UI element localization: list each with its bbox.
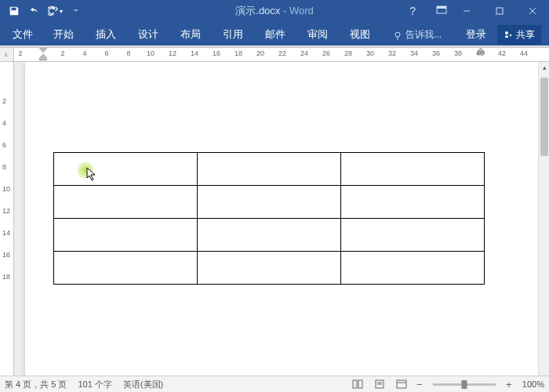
share-icon bbox=[504, 30, 513, 39]
table-cell[interactable] bbox=[54, 153, 198, 186]
tab-file[interactable]: 文件 bbox=[3, 24, 42, 45]
share-button[interactable]: 共享 bbox=[497, 25, 541, 45]
ruler-mark: 2 bbox=[18, 49, 22, 57]
ruler-mark: 4 bbox=[82, 49, 86, 57]
print-layout-button[interactable] bbox=[370, 377, 389, 391]
table-cell[interactable] bbox=[54, 219, 198, 252]
page-count-status[interactable]: 第 4 页，共 5 页 bbox=[5, 379, 67, 390]
status-right: − + 100% bbox=[348, 377, 544, 391]
help-button[interactable]: ? bbox=[409, 5, 416, 17]
table-cell[interactable] bbox=[341, 186, 485, 219]
ruler-mark: 28 bbox=[344, 49, 352, 57]
zoom-in-button[interactable]: + bbox=[504, 379, 514, 390]
quick-access-toolbar: ▾ ⁼ bbox=[0, 2, 85, 20]
web-layout-button[interactable] bbox=[392, 377, 411, 391]
close-button[interactable] bbox=[516, 0, 549, 22]
maximize-button[interactable] bbox=[483, 0, 516, 22]
ruler-mark: 8 bbox=[126, 49, 130, 57]
scroll-thumb[interactable] bbox=[540, 78, 548, 156]
table-cell[interactable] bbox=[198, 219, 341, 252]
app-name-sep: - bbox=[280, 5, 289, 16]
app-name: Word bbox=[289, 5, 314, 16]
tell-me-search[interactable]: 告诉我... bbox=[389, 24, 445, 45]
tab-home[interactable]: 开始 bbox=[42, 24, 85, 45]
ruler-mark: 12 bbox=[169, 49, 176, 57]
svg-rect-19 bbox=[397, 380, 406, 388]
table-cell[interactable] bbox=[54, 252, 198, 285]
table-cell[interactable] bbox=[341, 153, 485, 186]
work-area: 2 4 6 8 10 12 14 16 18 bbox=[0, 62, 549, 387]
first-line-indent-marker[interactable] bbox=[39, 48, 47, 53]
tab-review[interactable]: 审阅 bbox=[296, 24, 339, 45]
zoom-out-button[interactable]: − bbox=[414, 379, 425, 390]
svg-point-9 bbox=[505, 31, 508, 34]
zoom-level[interactable]: 100% bbox=[522, 379, 544, 389]
table-cell[interactable] bbox=[54, 186, 198, 219]
title-bar: ▾ ⁼ 演示.docx - Word ? bbox=[0, 0, 549, 22]
svg-marker-12 bbox=[39, 54, 47, 60]
vruler-mark: 12 bbox=[2, 207, 10, 215]
mouse-cursor-icon bbox=[86, 167, 97, 181]
undo-button[interactable] bbox=[25, 2, 44, 20]
table-cell[interactable] bbox=[341, 252, 485, 285]
redo-button[interactable]: ▾ bbox=[45, 2, 64, 20]
tab-layout[interactable]: 布局 bbox=[169, 24, 212, 45]
horizontal-ruler[interactable]: L 2 2 4 6 8 10 12 14 16 18 20 22 24 26 2… bbox=[0, 48, 549, 62]
svg-rect-15 bbox=[358, 380, 362, 388]
zoom-slider[interactable] bbox=[433, 383, 496, 386]
read-mode-icon bbox=[352, 379, 363, 389]
ruler-mark: 30 bbox=[366, 49, 374, 57]
redo-icon bbox=[48, 5, 59, 16]
ruler-mark: 24 bbox=[300, 49, 308, 57]
vertical-scrollbar[interactable]: ▴ ▾ bbox=[538, 62, 549, 387]
qat-customize-button[interactable]: ⁼ bbox=[66, 2, 85, 20]
ruler-mark: 40 bbox=[476, 49, 484, 57]
table-row[interactable] bbox=[54, 252, 485, 285]
table-row[interactable] bbox=[54, 153, 485, 186]
ruler-corner: L bbox=[0, 48, 14, 62]
document-table[interactable] bbox=[53, 152, 485, 285]
table-cell[interactable] bbox=[198, 153, 341, 186]
minimize-button[interactable] bbox=[450, 0, 483, 22]
vruler-mark: 14 bbox=[2, 229, 10, 237]
signin-button[interactable]: 登录 bbox=[460, 24, 493, 45]
lightbulb-icon bbox=[393, 31, 402, 40]
hanging-indent-marker[interactable] bbox=[39, 54, 47, 61]
tab-design[interactable]: 设计 bbox=[127, 24, 169, 45]
vruler-mark: 10 bbox=[2, 185, 10, 193]
dropdown-caret-icon: ▾ bbox=[60, 8, 63, 15]
tab-insert[interactable]: 插入 bbox=[85, 24, 127, 45]
ribbon-right: 登录 共享 bbox=[460, 24, 546, 45]
table-cell[interactable] bbox=[341, 219, 485, 252]
tab-references[interactable]: 引用 bbox=[212, 24, 254, 45]
vruler-mark: 6 bbox=[2, 141, 6, 149]
ruler-mark: 10 bbox=[147, 49, 155, 57]
minimize-icon bbox=[463, 7, 471, 15]
table-row[interactable] bbox=[54, 219, 485, 252]
read-mode-button[interactable] bbox=[348, 377, 367, 391]
ribbon-display-options-button[interactable] bbox=[436, 5, 447, 17]
language-status[interactable]: 英语(美国) bbox=[123, 379, 163, 390]
web-layout-icon bbox=[396, 379, 407, 389]
document-viewport[interactable] bbox=[14, 62, 549, 387]
save-button[interactable] bbox=[5, 2, 24, 20]
tab-view[interactable]: 视图 bbox=[339, 24, 381, 45]
tab-mailings[interactable]: 邮件 bbox=[254, 24, 296, 45]
ruler-mark: 34 bbox=[410, 49, 418, 57]
share-label: 共享 bbox=[516, 28, 535, 42]
table-cell[interactable] bbox=[198, 252, 341, 285]
print-layout-icon bbox=[374, 379, 385, 389]
zoom-slider-thumb[interactable] bbox=[461, 380, 467, 389]
scroll-up-button[interactable]: ▴ bbox=[539, 62, 549, 73]
ribbon-display-icon bbox=[436, 5, 447, 15]
svg-marker-11 bbox=[39, 48, 47, 53]
ruler-mark: 16 bbox=[213, 49, 220, 57]
vruler-mark: 4 bbox=[2, 119, 6, 127]
document-page[interactable] bbox=[25, 62, 543, 387]
vertical-ruler[interactable]: 2 4 6 8 10 12 14 16 18 bbox=[0, 62, 14, 387]
word-count-status[interactable]: 101 个字 bbox=[78, 379, 111, 390]
table-row[interactable] bbox=[54, 186, 485, 219]
table-cell[interactable] bbox=[198, 186, 341, 219]
page-content bbox=[53, 152, 485, 285]
status-bar: 第 4 页，共 5 页 101 个字 英语(美国) − + 100% bbox=[0, 376, 549, 392]
